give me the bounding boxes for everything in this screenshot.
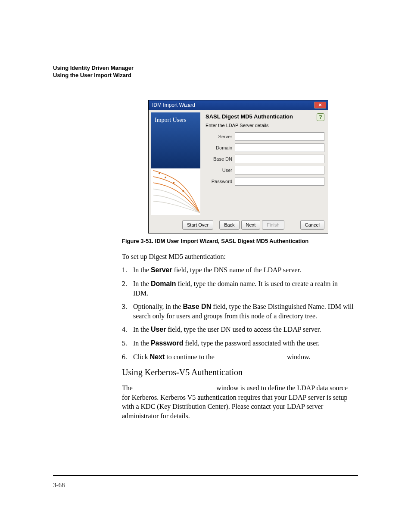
cancel-button[interactable]: Cancel	[300, 220, 324, 230]
basedn-input[interactable]	[235, 155, 324, 163]
dialog-titlebar: IDM Import Wizard ✕	[149, 100, 328, 110]
next-bold: Next	[150, 353, 165, 361]
domain-bold: Domain	[151, 280, 176, 287]
step-number: 3.	[122, 302, 133, 320]
step-1: 1. In the Server field, type the DNS nam…	[122, 265, 355, 275]
network-swirl-icon	[151, 168, 200, 214]
dialog-button-row: Start Over Back Next Finish Cancel	[149, 218, 328, 233]
back-button[interactable]: Back	[219, 220, 239, 230]
step-number: 5.	[122, 339, 133, 348]
next-button[interactable]: Next	[241, 220, 261, 230]
domain-label: Domain	[206, 145, 235, 150]
dialog-main: SASL Digest MD5 Authentication ? Enter t…	[203, 110, 328, 218]
help-icon: ?	[319, 114, 322, 120]
step-5: 5. In the Password field, type the passw…	[122, 339, 355, 348]
step-number: 1.	[122, 265, 133, 275]
sidebar-title-panel: Import Users	[151, 112, 200, 168]
step-6: 6. Click Next to continue to the window.	[122, 352, 355, 362]
server-input[interactable]	[235, 132, 324, 141]
start-over-button[interactable]: Start Over	[182, 220, 213, 230]
figure-caption: Figure 3-51. IDM User Import Wizard, SAS…	[122, 238, 355, 244]
password-label: Password	[206, 179, 235, 184]
section-heading: Using Kerberos-V5 Authentication	[122, 367, 355, 377]
basedn-label: Base DN	[206, 156, 235, 162]
svg-point-0	[159, 172, 160, 174]
user-input[interactable]	[235, 166, 324, 174]
svg-point-3	[182, 190, 184, 192]
header-line-2: Using the User Import Wizard	[53, 72, 358, 79]
password-bold: Password	[151, 339, 184, 347]
svg-point-1	[165, 177, 166, 178]
header-line-1: Using Identity Driven Manager	[53, 65, 358, 72]
dialog-subheading: Enter the LDAP Server details	[206, 123, 324, 128]
page-number: 3-68	[53, 482, 65, 489]
step-3: 3. Optionally, in the Base DN field, typ…	[122, 302, 355, 320]
password-input[interactable]	[235, 177, 324, 186]
sidebar-title: Import Users	[155, 117, 187, 123]
dialog-heading: SASL Digest MD5 Authentication	[206, 113, 293, 120]
close-button[interactable]: ✕	[314, 102, 326, 109]
steps-list: 1. In the Server field, type the DNS nam…	[122, 265, 355, 361]
kerberos-paragraph: The window is used to define the LDAP da…	[122, 383, 355, 420]
svg-point-2	[173, 182, 174, 184]
step-number: 2.	[122, 279, 133, 298]
import-wizard-dialog: IDM Import Wizard ✕ Import Users	[148, 100, 328, 233]
basedn-bold: Base DN	[183, 303, 211, 310]
sidebar-graphic	[151, 168, 200, 215]
domain-input[interactable]	[235, 143, 324, 152]
help-button[interactable]: ?	[317, 113, 324, 121]
dialog-title: IDM Import Wizard	[152, 102, 195, 108]
step-number: 4.	[122, 325, 133, 334]
step-2: 2. In the Domain field, type the domain …	[122, 279, 355, 298]
step-4: 4. In the User field, type the user DN u…	[122, 325, 355, 334]
page-header: Using Identity Driven Manager Using the …	[53, 65, 358, 79]
step-number: 6.	[122, 352, 133, 362]
dialog-sidebar: Import Users	[149, 110, 203, 218]
server-bold: Server	[151, 266, 172, 274]
intro-text: To set up Digest MD5 authentication:	[122, 252, 355, 261]
user-label: User	[206, 168, 235, 173]
close-icon: ✕	[318, 103, 322, 107]
user-bold: User	[151, 326, 166, 333]
server-label: Server	[206, 134, 235, 139]
footer-rule	[53, 475, 358, 476]
finish-button: Finish	[262, 220, 284, 230]
